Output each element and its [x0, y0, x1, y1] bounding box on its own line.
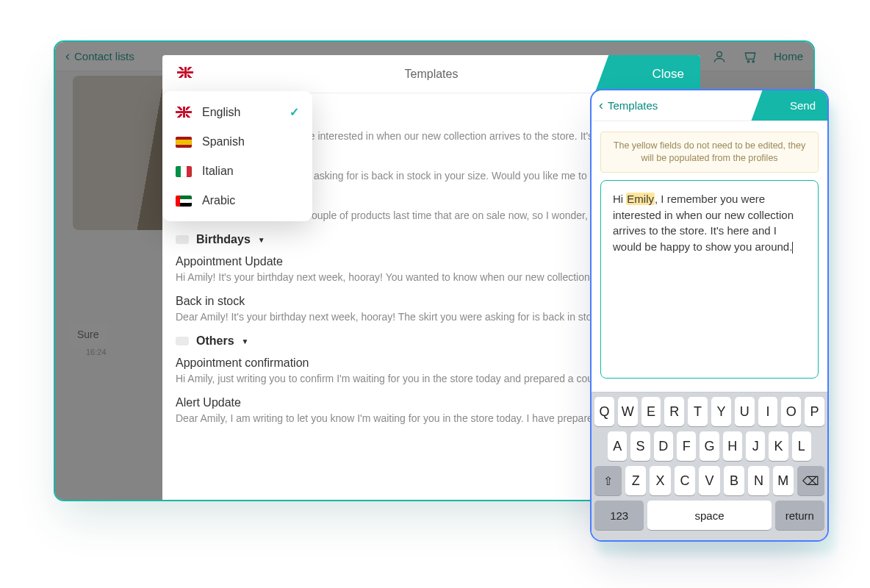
profile-field-highlight: Emily: [626, 193, 655, 205]
keyboard-space-key[interactable]: space: [647, 501, 771, 530]
language-option-arabic[interactable]: Arabic: [162, 186, 312, 215]
language-selector-button[interactable]: [177, 67, 193, 81]
keyboard-key-t[interactable]: T: [688, 397, 708, 426]
caret-down-icon: ▼: [258, 236, 265, 244]
ae-flag-icon: [176, 196, 192, 207]
keyboard-key-a[interactable]: A: [608, 431, 627, 461]
language-option-english[interactable]: English✓: [162, 97, 312, 127]
phone-frame: ‹ Templates Send The yellow fields do no…: [590, 89, 829, 542]
keyboard-key-e[interactable]: E: [641, 397, 661, 426]
it-flag-icon: [176, 166, 192, 177]
ios-keyboard: QWERTYUIOP ASDFGHJKL ⇧ZXCVBNM⌫ 123 space…: [592, 392, 827, 540]
language-dropdown[interactable]: English✓SpanishItalianArabic: [162, 91, 312, 221]
keyboard-key-g[interactable]: G: [700, 431, 719, 461]
keyboard-key-c[interactable]: C: [675, 466, 695, 495]
send-button-label: Send: [790, 90, 816, 121]
keyboard-key-u[interactable]: U: [735, 397, 755, 426]
keyboard-key-m[interactable]: M: [773, 466, 794, 495]
close-button-label: Close: [652, 55, 684, 93]
keyboard-key-w[interactable]: W: [618, 397, 638, 426]
section-indicator: [176, 337, 189, 345]
keyboard-key-n[interactable]: N: [748, 466, 769, 495]
message-prefix: Hi: [613, 193, 626, 205]
keyboard-key-i[interactable]: I: [758, 397, 778, 426]
keyboard-key-s[interactable]: S: [630, 431, 650, 461]
keyboard-key-d[interactable]: D: [654, 431, 673, 461]
keyboard-key-x[interactable]: X: [650, 466, 670, 495]
keyboard-key-f[interactable]: F: [677, 431, 696, 461]
keyboard-key-p[interactable]: P: [805, 397, 824, 426]
keyboard-numbers-key[interactable]: 123: [594, 501, 644, 530]
keyboard-key-l[interactable]: L: [792, 431, 811, 461]
section-indicator: [176, 235, 189, 244]
keyboard-key-j[interactable]: J: [746, 431, 765, 461]
keyboard-key-z[interactable]: Z: [625, 466, 646, 495]
es-flag-icon: [176, 137, 192, 148]
language-name: Italian: [202, 165, 234, 178]
caret-down-icon: ▼: [242, 337, 249, 345]
message-editor[interactable]: Hi Emily, I remember you were interested…: [600, 180, 819, 379]
keyboard-key-q[interactable]: Q: [594, 397, 614, 426]
keyboard-shift-key[interactable]: ⇧: [594, 466, 622, 495]
profile-fields-note: The yellow fields do not need to be edit…: [600, 132, 819, 173]
keyboard-delete-key[interactable]: ⌫: [797, 466, 824, 495]
check-icon: ✓: [290, 105, 299, 119]
gb-flag-icon: [176, 107, 192, 118]
keyboard-key-r[interactable]: R: [664, 397, 684, 426]
section-name: Others: [196, 334, 234, 348]
keyboard-key-v[interactable]: V: [699, 466, 719, 495]
keyboard-return-key[interactable]: return: [775, 501, 824, 530]
language-name: Arabic: [202, 194, 235, 207]
language-option-italian[interactable]: Italian: [162, 157, 312, 186]
keyboard-key-k[interactable]: K: [769, 431, 788, 461]
phone-header: ‹ Templates Send: [592, 90, 827, 121]
keyboard-key-b[interactable]: B: [724, 466, 744, 495]
language-name: Spanish: [202, 135, 245, 148]
back-to-templates[interactable]: ‹ Templates: [592, 98, 658, 113]
keyboard-key-y[interactable]: Y: [711, 397, 731, 426]
language-option-spanish[interactable]: Spanish: [162, 127, 312, 157]
section-name: Birthdays: [196, 233, 251, 246]
keyboard-key-o[interactable]: O: [781, 397, 801, 426]
uk-flag-icon: [177, 67, 193, 78]
send-button[interactable]: Send: [764, 90, 827, 121]
templates-modal-header: Templates Close: [162, 55, 700, 93]
keyboard-key-h[interactable]: H: [723, 431, 742, 461]
chevron-left-icon: ‹: [599, 98, 603, 113]
phone-back-label: Templates: [608, 99, 658, 112]
close-button[interactable]: Close: [612, 55, 700, 93]
text-caret: [792, 242, 793, 254]
language-name: English: [202, 106, 240, 119]
